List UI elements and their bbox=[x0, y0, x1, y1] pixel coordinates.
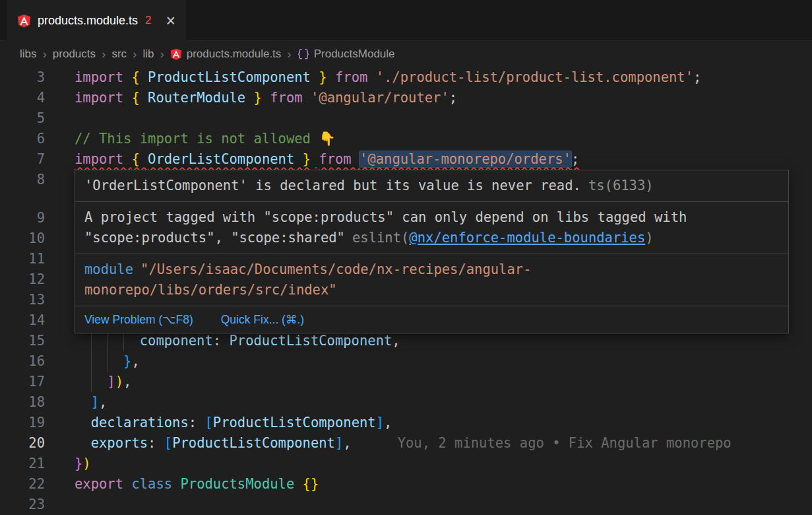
line-number[interactable]: 22 bbox=[0, 474, 45, 495]
tab-error-count-badge: 2 bbox=[145, 14, 151, 27]
code-token: , bbox=[343, 435, 351, 451]
line-number[interactable]: 20 bbox=[0, 433, 45, 454]
line-number[interactable]: 13 bbox=[0, 290, 45, 310]
breadcrumb-label: ProductsModule bbox=[314, 48, 395, 61]
code-token: ] bbox=[91, 394, 99, 410]
breadcrumb-item-lib[interactable]: lib bbox=[142, 48, 154, 61]
tab-close-icon[interactable]: × bbox=[166, 13, 176, 29]
view-problem-button[interactable]: View Problem (⌥F8) bbox=[84, 312, 193, 327]
code-token bbox=[262, 90, 270, 106]
vscode-window: products.module.ts 2 × libs›products›src… bbox=[0, 0, 812, 515]
breadcrumb-item-products[interactable]: products bbox=[53, 48, 96, 61]
code-line: 21}) bbox=[0, 454, 812, 474]
line-number[interactable]: 4 bbox=[0, 88, 45, 108]
code-token: ; bbox=[693, 69, 701, 85]
code-text[interactable]: declarations: [ProductListComponent], bbox=[75, 413, 392, 433]
code-line: 16 }, bbox=[0, 351, 812, 372]
code-token: class bbox=[131, 476, 180, 492]
hover-module-info: module"/Users/isaac/Documents/code/nx-re… bbox=[75, 254, 788, 306]
code-token bbox=[75, 333, 91, 349]
code-token: ] bbox=[376, 415, 384, 430]
line-number[interactable]: 6 bbox=[0, 129, 45, 149]
code-token bbox=[75, 394, 91, 410]
code-token bbox=[91, 331, 108, 351]
code-token: './product-list/product-list.component' bbox=[376, 69, 693, 85]
code-token: declarations bbox=[75, 415, 189, 430]
code-line: 5 bbox=[0, 108, 812, 129]
quick-fix-button[interactable]: Quick Fix... (⌘.) bbox=[221, 312, 304, 327]
angular-file-icon bbox=[17, 14, 31, 28]
code-line: 22export class ProductsModule {} bbox=[0, 474, 812, 495]
code-token bbox=[107, 331, 123, 351]
tab-products-module[interactable]: products.module.ts 2 × bbox=[7, 0, 186, 41]
code-line: 17 ]), bbox=[0, 372, 812, 392]
code-token: , bbox=[123, 374, 131, 390]
breadcrumb-item-src[interactable]: src bbox=[111, 48, 127, 61]
eslint-rule-link[interactable]: @nx/enforce-module-boundaries bbox=[409, 230, 645, 246]
line-number[interactable]: 9 bbox=[0, 208, 45, 228]
code-token: from bbox=[335, 69, 376, 85]
breadcrumb-item-products-module-ts[interactable]: products.module.ts bbox=[170, 48, 282, 61]
line-number[interactable]: 11 bbox=[0, 249, 45, 269]
line-number[interactable]: 5 bbox=[0, 108, 45, 129]
code-token: import bbox=[75, 69, 131, 85]
line-number[interactable]: 21 bbox=[0, 454, 45, 474]
code-line: 23 bbox=[0, 495, 812, 515]
code-text[interactable]: // This import is not allowed 👇 bbox=[75, 129, 336, 149]
breadcrumb-item-productsmodule[interactable]: ProductsModule bbox=[297, 48, 395, 61]
breadcrumb-separator: › bbox=[133, 47, 137, 61]
line-number[interactable]: 16 bbox=[0, 351, 45, 372]
breadcrumb-label: src bbox=[111, 48, 127, 61]
breadcrumb-separator: › bbox=[102, 47, 106, 61]
symbol-module-icon bbox=[297, 48, 309, 60]
breadcrumb-separator: › bbox=[287, 47, 291, 61]
line-number[interactable]: 7 bbox=[0, 149, 45, 170]
diagnostic-eslint-line2: "scope:products", "scope:shared"eslint(@… bbox=[84, 228, 779, 248]
line-number[interactable]: 8 bbox=[0, 170, 45, 190]
code-token bbox=[75, 353, 91, 369]
code-text[interactable]: import { ProductListComponent } from './… bbox=[75, 67, 701, 88]
code-text[interactable]: ], bbox=[75, 392, 107, 413]
code-text[interactable]: }) bbox=[75, 454, 91, 474]
line-number[interactable]: 3 bbox=[0, 67, 45, 88]
code-token: [ bbox=[164, 435, 172, 451]
code-token: : bbox=[189, 415, 205, 430]
code-text[interactable]: ]), bbox=[75, 372, 131, 392]
line-number[interactable]: 15 bbox=[0, 331, 45, 351]
breadcrumb-separator: › bbox=[160, 47, 164, 61]
code-line: 15 component: ProductListComponent, bbox=[0, 331, 812, 351]
code-token: ProductListComponent bbox=[148, 69, 311, 85]
line-number[interactable]: 12 bbox=[0, 269, 45, 290]
breadcrumb: libs›products›src›lib› products.module.t… bbox=[0, 41, 812, 67]
line-number[interactable]: 18 bbox=[0, 392, 45, 413]
line-number[interactable]: 19 bbox=[0, 413, 45, 433]
code-text[interactable]: exports: [ProductListComponent],You, 2 m… bbox=[75, 433, 732, 454]
code-text[interactable]: export class ProductsModule {} bbox=[75, 474, 319, 495]
breadcrumb-item-libs[interactable]: libs bbox=[20, 48, 37, 61]
code-token: { bbox=[131, 69, 148, 85]
code-token: ; bbox=[449, 90, 457, 106]
code-token: ProductListComponent bbox=[213, 415, 376, 430]
code-token: import bbox=[75, 90, 131, 106]
code-line: 18 ], bbox=[0, 392, 812, 413]
code-token: exports bbox=[75, 435, 148, 451]
diagnostic-ts-message: 'OrderListComponent' is declared but its… bbox=[84, 178, 581, 193]
code-token: '@angular/router' bbox=[311, 90, 449, 106]
line-number[interactable]: 10 bbox=[0, 228, 45, 249]
line-number[interactable]: 23 bbox=[0, 495, 45, 515]
code-text[interactable]: component: ProductListComponent, bbox=[75, 331, 400, 351]
editor[interactable]: 3import { ProductListComponent } from '.… bbox=[0, 67, 812, 515]
code-token: component bbox=[140, 333, 213, 349]
hover-diagnostic-eslint: A project tagged with "scope:products" c… bbox=[75, 202, 788, 254]
code-token: ProductListComponent bbox=[172, 435, 335, 451]
breadcrumb-label: libs bbox=[20, 48, 37, 61]
line-number[interactable]: 14 bbox=[0, 310, 45, 331]
code-token: // This import is not allowed bbox=[75, 131, 319, 147]
code-token bbox=[107, 351, 123, 372]
eslint-source-label: eslint( bbox=[352, 230, 409, 246]
code-text[interactable]: import { RouterModule } from '@angular/r… bbox=[75, 88, 457, 108]
code-text[interactable]: }, bbox=[75, 351, 140, 372]
code-token: } bbox=[75, 456, 82, 471]
line-number[interactable]: 17 bbox=[0, 372, 45, 392]
code-text[interactable]: import { OrderListComponent } from '@ang… bbox=[75, 149, 579, 170]
